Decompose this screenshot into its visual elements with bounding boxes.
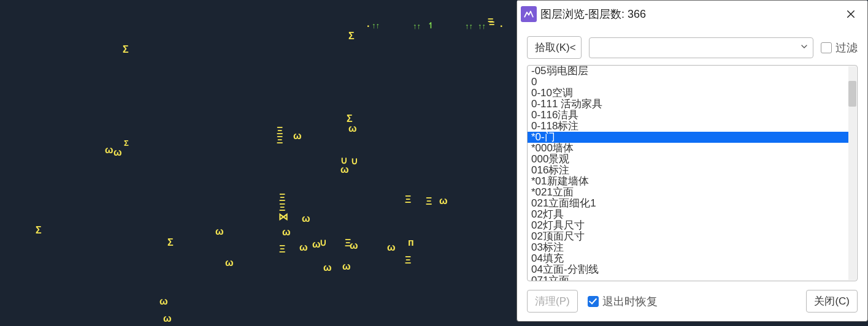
canvas-glyph: ⋈: [278, 212, 288, 222]
canvas-glyph: ↑↑: [478, 22, 486, 30]
list-item[interactable]: 016标注: [528, 165, 848, 176]
filter-input[interactable]: [596, 42, 799, 53]
list-item[interactable]: 02顶面尺寸: [528, 231, 848, 242]
canvas-glyph: ω: [225, 258, 234, 268]
filter-checkbox-row[interactable]: 过滤: [821, 40, 858, 55]
canvas-glyph: Σ: [124, 139, 129, 147]
list-item[interactable]: 0-118标注: [528, 121, 848, 132]
list-item[interactable]: *01新建墙体: [528, 176, 848, 187]
canvas-glyph: Ξ: [405, 256, 411, 265]
canvas-glyph: ω: [348, 124, 357, 134]
canvas-glyph: Ξ: [277, 135, 283, 145]
canvas-glyph: Σ: [123, 45, 129, 55]
clear-button[interactable]: 清理(P): [527, 290, 578, 313]
dialog-footer: 清理(P) 退出时恢复 关闭(C): [517, 281, 867, 321]
canvas-glyph: Ξ: [279, 245, 285, 254]
canvas-glyph: ↑↑: [413, 22, 421, 30]
canvas-glyph: Σ: [348, 31, 355, 41]
canvas-glyph: =: [489, 19, 494, 29]
list-item[interactable]: 0-111 活动家具: [528, 99, 848, 110]
chevron-down-icon: [799, 42, 809, 54]
dialog-titlebar: 图层浏览-图层数: 366: [517, 1, 867, 28]
list-item[interactable]: 021立面细化1: [528, 198, 848, 209]
canvas-glyph: ω: [159, 297, 168, 306]
list-item[interactable]: 03标注: [528, 242, 848, 253]
scrollbar-thumb[interactable]: [848, 81, 856, 107]
filter-label: 过滤: [835, 40, 858, 55]
canvas-glyph: ω: [439, 196, 448, 206]
canvas-glyph: ∪: [351, 156, 358, 166]
canvas-glyph: ω: [113, 148, 122, 157]
list-item[interactable]: 02灯具: [528, 209, 848, 220]
layer-listbox[interactable]: -05弱电图层00-10空调0-111 活动家具0-116洁具0-118标注*0…: [527, 65, 858, 281]
restore-label: 退出时恢复: [602, 294, 658, 309]
canvas-glyph: ↑↑: [372, 21, 380, 29]
canvas-glyph: ω: [215, 227, 224, 237]
restore-checkbox[interactable]: [588, 296, 599, 307]
list-item[interactable]: 0-116洁具: [528, 110, 848, 121]
restore-checkbox-row[interactable]: 退出时恢复: [588, 294, 658, 309]
pick-button[interactable]: 拾取(K)<: [527, 36, 582, 59]
app-icon: [521, 6, 537, 22]
canvas-glyph: ω: [105, 145, 113, 155]
list-item[interactable]: 000景观: [528, 154, 848, 165]
canvas-glyph: ·: [367, 21, 369, 31]
list-item[interactable]: 0-10空调: [528, 88, 848, 99]
canvas-glyph: ∪: [320, 238, 327, 248]
list-item[interactable]: 0: [528, 77, 848, 88]
dialog-title: 图层浏览-图层数: 366: [540, 7, 840, 21]
canvas-glyph: ω: [302, 214, 310, 224]
dialog-toolbar: 拾取(K)< 过滤: [517, 28, 867, 65]
canvas-glyph: ω: [323, 263, 332, 273]
list-item[interactable]: 02灯具尺寸: [528, 220, 848, 231]
close-button[interactable]: 关闭(C): [806, 290, 858, 313]
canvas-glyph: п: [408, 238, 414, 248]
list-item[interactable]: 071立面: [528, 275, 848, 281]
canvas-glyph: ↿: [428, 21, 434, 29]
canvas-glyph: ω: [342, 262, 351, 271]
filter-combo[interactable]: [589, 37, 813, 58]
canvas-glyph: Ξ: [279, 193, 285, 203]
canvas-glyph: Ξ: [405, 195, 411, 205]
canvas-glyph: Σ: [36, 226, 42, 235]
canvas-glyph: Σ: [167, 238, 174, 248]
layer-browser-dialog: 图层浏览-图层数: 366 拾取(K)< 过滤 -05弱电图层00-10空调0-…: [517, 0, 868, 322]
canvas-glyph: ω: [293, 131, 302, 141]
list-item[interactable]: -05弱电图层: [528, 66, 848, 77]
canvas-glyph: Ξ: [426, 197, 432, 207]
list-item[interactable]: 04立面-分割线: [528, 264, 848, 275]
close-icon[interactable]: [840, 4, 861, 25]
canvas-glyph: Σ: [347, 114, 353, 124]
canvas-glyph: ω: [282, 227, 291, 237]
list-item[interactable]: *000墙体: [528, 143, 848, 154]
filter-checkbox[interactable]: [821, 42, 832, 53]
canvas-glyph: ω: [299, 243, 308, 252]
canvas-glyph: ω: [350, 241, 358, 251]
canvas-glyph: ω: [340, 165, 349, 175]
canvas-glyph: ω: [387, 243, 396, 252]
list-item[interactable]: *021立面: [528, 187, 848, 198]
canvas-glyph: ↑↑: [465, 22, 473, 30]
list-item[interactable]: *0-门: [528, 132, 848, 143]
canvas-glyph: ·: [500, 21, 502, 31]
scrollbar-track[interactable]: [848, 66, 856, 280]
list-item[interactable]: 04填充: [528, 253, 848, 264]
canvas-glyph: ω: [163, 314, 172, 324]
